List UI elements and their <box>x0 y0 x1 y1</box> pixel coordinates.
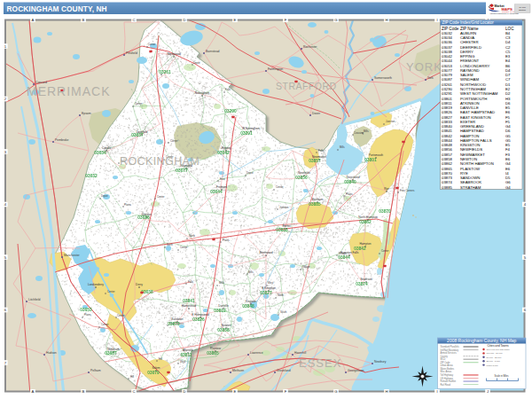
svg-text:Crossing: Crossing <box>354 131 364 135</box>
svg-text:Farmington: Farmington <box>268 67 283 71</box>
svg-text:West: West <box>180 360 186 364</box>
svg-text:03261: 03261 <box>159 70 171 74</box>
svg-text:Mills: Mills <box>248 270 254 274</box>
svg-text:E6: E6 <box>505 110 511 114</box>
svg-text:2008 Rockingham County, NH Map: 2008 Rockingham County, NH Map <box>447 338 516 343</box>
svg-text:03842: 03842 <box>442 134 453 138</box>
svg-text:03840: 03840 <box>442 124 453 129</box>
svg-text:Hampton: Hampton <box>360 242 372 246</box>
svg-text:03857: 03857 <box>442 153 453 157</box>
svg-text:STRAFFORD: STRAFFORD <box>276 81 337 91</box>
svg-text:03079: 03079 <box>147 371 160 375</box>
svg-text:Stratham: Stratham <box>312 198 324 201</box>
svg-text:03087: 03087 <box>105 351 117 356</box>
svg-text:Mills: Mills <box>219 281 224 285</box>
svg-text:SEABROOK: SEABROOK <box>460 180 481 184</box>
svg-text:Center: Center <box>107 290 114 293</box>
svg-text:H3: H3 <box>505 97 511 101</box>
svg-text:PORTSMOUTH: PORTSMOUTH <box>460 97 487 101</box>
svg-text:E Kingston: E Kingston <box>262 286 276 290</box>
svg-text:03037: 03037 <box>442 45 453 50</box>
svg-text:I: I <box>436 18 437 22</box>
svg-text:Fremont: Fremont <box>216 185 227 189</box>
svg-text:Depot: Depot <box>193 61 200 65</box>
svg-text:YORK: YORK <box>406 60 442 74</box>
svg-text:25,000 - 5,000: 25,000 - 5,000 <box>487 360 501 363</box>
svg-text:03087: 03087 <box>442 77 453 82</box>
svg-text:WEST NOTTINGHAM: WEST NOTTINGHAM <box>460 91 498 96</box>
svg-text:Center: Center <box>157 195 164 199</box>
svg-text:Dover: Dover <box>312 112 321 115</box>
svg-text:Water Bodies: Water Bodies <box>441 367 455 371</box>
svg-text:03885: 03885 <box>309 202 321 207</box>
svg-text:EAST HAMPSTEAD: EAST HAMPSTEAD <box>460 110 495 114</box>
svg-text:F: F <box>285 389 287 394</box>
svg-text:Scale in Miles: Scale in Miles <box>495 374 510 378</box>
svg-text:H: H <box>385 389 387 394</box>
svg-text:Portsmouth: Portsmouth <box>369 153 384 157</box>
svg-text:G: G <box>334 18 337 22</box>
svg-text:Under 5,000: Under 5,000 <box>487 364 499 367</box>
svg-text:G4: G4 <box>505 185 511 190</box>
svg-text:Atkinson: Atkinson <box>183 348 193 352</box>
svg-text:Rye: Rye <box>384 187 389 191</box>
svg-text:B: B <box>82 18 85 22</box>
svg-text:Concord: Concord <box>35 81 47 84</box>
svg-text:03873: 03873 <box>168 322 180 326</box>
svg-text:E2: E2 <box>505 87 511 91</box>
svg-text:Falls: Falls <box>188 280 194 284</box>
svg-text:STRATHAM: STRATHAM <box>460 185 481 190</box>
svg-text:AUBURN: AUBURN <box>460 31 476 35</box>
svg-text:MERRIMACK: MERRIMACK <box>27 84 111 98</box>
svg-text:ZIP Code Index/Grid Locator: ZIP Code Index/Grid Locator <box>442 20 495 25</box>
svg-text:D2: D2 <box>505 91 511 96</box>
svg-text:F4: F4 <box>505 147 511 152</box>
svg-text:HAMPTON FALLS: HAMPTON FALLS <box>460 138 492 143</box>
svg-text:03042: 03042 <box>217 151 230 155</box>
svg-text:East: East <box>220 177 225 181</box>
svg-text:Corner: Corner <box>101 323 109 326</box>
svg-text:03870: 03870 <box>379 209 391 214</box>
svg-text:B: B <box>82 389 85 394</box>
svg-text:G6: G6 <box>505 180 511 184</box>
svg-text:Salem: Salem <box>152 366 160 370</box>
svg-text:03034: 03034 <box>94 151 106 155</box>
svg-text:D4: D4 <box>505 40 511 44</box>
svg-text:Depot: Depot <box>246 171 254 175</box>
svg-text:Junction: Junction <box>386 120 395 123</box>
svg-text:03819: 03819 <box>442 106 453 110</box>
svg-text:03874: 03874 <box>442 180 453 184</box>
svg-text:W Nottingham: W Nottingham <box>242 127 261 130</box>
svg-text:03077: 03077 <box>176 168 188 173</box>
svg-text:03865: 03865 <box>442 167 453 171</box>
svg-text:03833: 03833 <box>276 228 288 232</box>
svg-text:Edition: Edition <box>519 9 526 12</box>
svg-text:Haverhill: Haverhill <box>294 351 306 355</box>
svg-text:Standard Parallels: Standard Parallels <box>441 345 460 348</box>
svg-text:03842: 03842 <box>354 246 366 251</box>
svg-text:Newfields: Newfields <box>298 171 310 175</box>
svg-text:Sandown: Sandown <box>171 317 184 321</box>
svg-text:Groveland: Groveland <box>277 369 291 372</box>
svg-text:Newton: Newton <box>222 324 231 327</box>
svg-text:Barnstead: Barnstead <box>206 50 220 53</box>
svg-text:GREENLAND: GREENLAND <box>460 124 484 129</box>
svg-text:Falls: Falls <box>318 149 325 153</box>
svg-text:03833: 03833 <box>442 120 453 124</box>
svg-text:03811: 03811 <box>180 353 192 357</box>
svg-text:03841: 03841 <box>183 299 195 303</box>
svg-text:FREMONT: FREMONT <box>460 59 480 63</box>
svg-text:F5: F5 <box>505 120 511 124</box>
svg-text:Intl/Natl Boundary: Intl/Natl Boundary <box>441 348 459 352</box>
svg-text:03053: 03053 <box>80 308 92 312</box>
svg-text:PLAISTOW: PLAISTOW <box>460 167 481 171</box>
svg-text:E6: E6 <box>505 167 511 171</box>
svg-text:03291: 03291 <box>240 131 253 136</box>
svg-text:G4: G4 <box>505 124 511 129</box>
svg-text:C: C <box>132 389 135 394</box>
svg-text:LONDONDERRY: LONDONDERRY <box>460 64 489 68</box>
svg-text:C2: C2 <box>505 45 511 50</box>
svg-text:E Hampstead: E Hampstead <box>192 313 209 317</box>
svg-text:NOTTINGHAM: NOTTINGHAM <box>460 87 486 91</box>
svg-text:B6: B6 <box>505 64 511 68</box>
